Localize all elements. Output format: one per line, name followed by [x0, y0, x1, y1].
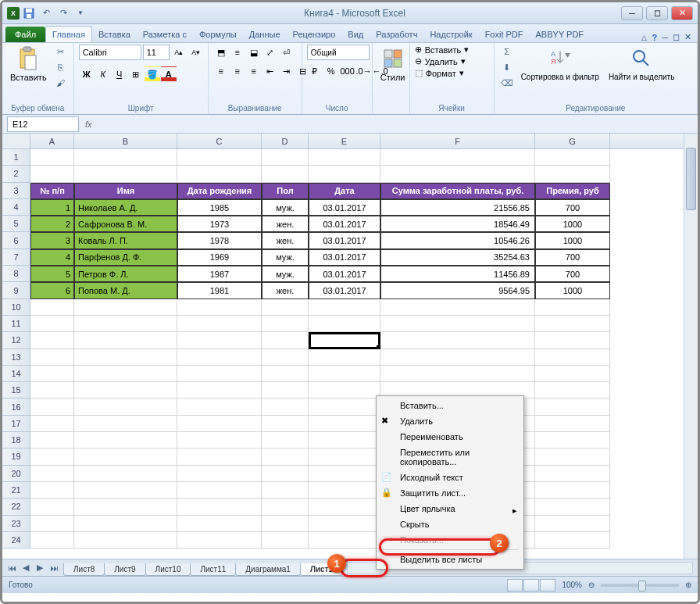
cell-D18[interactable] [262, 432, 309, 449]
cell-G14[interactable] [535, 366, 610, 382]
cell-E12[interactable] [309, 332, 380, 348]
sheet-tab-Лист9[interactable]: Лист9 [104, 563, 145, 576]
minimize-button[interactable]: ─ [621, 6, 643, 20]
copy-button[interactable]: ⎘ [53, 60, 69, 74]
cell-F13[interactable] [380, 349, 535, 366]
cell-C9[interactable]: 1981 [177, 282, 262, 298]
cell-B1[interactable] [74, 149, 177, 166]
row-header-2[interactable]: 2 [2, 166, 30, 182]
bold-button[interactable]: Ж [79, 66, 95, 82]
row-header-5[interactable]: 5 [2, 216, 30, 232]
cell-D7[interactable]: муж. [262, 249, 309, 266]
cell-C7[interactable]: 1969 [177, 249, 262, 266]
percent-icon[interactable]: % [323, 63, 339, 79]
cell-G6[interactable]: 1000 [535, 232, 610, 248]
cell-F7[interactable]: 35254.63 [380, 249, 535, 266]
tab-review[interactable]: Рецензиро [287, 27, 342, 42]
row-header-9[interactable]: 9 [2, 282, 30, 298]
cell-F12[interactable] [380, 332, 535, 348]
context-menu-Защитить-лист---[interactable]: Защитить лист...🔒 [378, 485, 522, 501]
column-header-C[interactable]: C [177, 134, 262, 148]
orientation-icon[interactable]: ⤢ [262, 45, 278, 60]
doc-restore-icon[interactable]: ◻ [673, 32, 680, 42]
cell-B3[interactable]: Имя [74, 183, 177, 199]
cell-B6[interactable]: Коваль Л. П. [74, 232, 177, 248]
undo-button[interactable]: ↶ [38, 5, 54, 21]
view-layout-icon[interactable] [523, 579, 539, 591]
cell-D22[interactable] [262, 499, 309, 515]
cell-D2[interactable] [262, 166, 309, 182]
sheet-tab-Лист10[interactable]: Лист10 [145, 563, 191, 576]
cell-A5[interactable]: 2 [30, 216, 74, 232]
cell-F5[interactable]: 18546.49 [380, 216, 535, 232]
context-menu-Скрыть[interactable]: Скрыть [378, 516, 522, 532]
help-icon[interactable]: ? [652, 33, 657, 42]
row-header-4[interactable]: 4 [2, 199, 30, 216]
cell-B5[interactable]: Сафронова В. М. [74, 216, 177, 232]
clear-button[interactable]: ⌫ [499, 76, 515, 90]
cell-E22[interactable] [309, 499, 380, 515]
cell-A6[interactable]: 3 [30, 232, 74, 248]
tab-addins[interactable]: Надстройк [423, 27, 478, 42]
file-tab[interactable]: Файл [5, 27, 45, 42]
cell-A3[interactable]: № п/п [30, 183, 74, 199]
cell-E23[interactable] [309, 516, 380, 532]
underline-button[interactable]: Ч [112, 66, 127, 82]
cell-C24[interactable] [177, 532, 262, 549]
cell-C10[interactable] [177, 299, 262, 316]
cell-E15[interactable] [309, 382, 380, 398]
cell-E19[interactable] [309, 449, 380, 465]
cell-B13[interactable] [74, 349, 177, 366]
tab-insert[interactable]: Вставка [92, 27, 137, 42]
find-select-button[interactable]: Найти и выделить [605, 45, 677, 83]
cell-B21[interactable] [74, 482, 177, 499]
row-header-20[interactable]: 20 [2, 466, 30, 482]
cell-C20[interactable] [177, 466, 262, 482]
qat-dropdown-icon[interactable]: ▼ [73, 5, 88, 21]
cell-G16[interactable] [535, 398, 610, 415]
cell-B19[interactable] [74, 449, 177, 465]
view-normal-icon[interactable] [507, 579, 523, 591]
cell-E9[interactable]: 03.01.2017 [309, 282, 380, 298]
zoom-slider[interactable] [601, 584, 679, 587]
cell-A20[interactable] [30, 466, 74, 482]
indent-dec-icon[interactable]: ⇤ [262, 63, 278, 79]
cell-E2[interactable] [309, 166, 380, 182]
tab-foxit[interactable]: Foxit PDF [479, 27, 530, 42]
cell-G15[interactable] [535, 382, 610, 398]
row-header-7[interactable]: 7 [2, 249, 30, 266]
shrink-font-icon[interactable]: A▾ [188, 45, 204, 60]
tab-home[interactable]: Главная [45, 26, 92, 42]
cell-F3[interactable]: Сумма заработной платы, руб. [380, 183, 535, 199]
fx-icon[interactable]: fx [85, 120, 92, 129]
cell-E3[interactable]: Дата [309, 183, 380, 199]
cell-D15[interactable] [262, 382, 309, 398]
cell-D8[interactable]: муж. [262, 266, 309, 282]
row-header-19[interactable]: 19 [2, 449, 30, 465]
row-header-22[interactable]: 22 [2, 499, 30, 515]
cell-B18[interactable] [74, 432, 177, 449]
cut-button[interactable]: ✂ [53, 45, 69, 59]
align-middle-icon[interactable]: ≡ [230, 45, 245, 60]
sheet-nav-prev-icon[interactable]: ◀ [20, 562, 32, 574]
cell-C14[interactable] [177, 366, 262, 382]
cell-E13[interactable] [309, 349, 380, 366]
delete-cells-button[interactable]: ⊖Удалить ▾ [415, 56, 466, 66]
cell-D21[interactable] [262, 482, 309, 499]
context-menu-Переименовать[interactable]: Переименовать [378, 429, 522, 445]
cell-F8[interactable]: 11456.89 [380, 266, 535, 282]
select-all-corner[interactable] [2, 134, 30, 149]
align-center-icon[interactable]: ≡ [230, 63, 245, 79]
cell-E4[interactable]: 03.01.2017 [309, 199, 380, 216]
row-header-1[interactable]: 1 [2, 149, 30, 166]
cell-G20[interactable] [535, 466, 610, 482]
fill-color-button[interactable]: 🪣 [145, 66, 160, 82]
cell-G9[interactable]: 1000 [535, 282, 610, 298]
align-top-icon[interactable]: ⬒ [213, 45, 229, 60]
autosum-button[interactable]: Σ [499, 45, 515, 59]
cell-D3[interactable]: Пол [262, 183, 309, 199]
doc-close-icon[interactable]: ✕ [684, 32, 691, 42]
cell-C17[interactable] [177, 416, 262, 432]
row-header-24[interactable]: 24 [2, 532, 30, 549]
doc-minimize-icon[interactable]: ─ [662, 33, 668, 42]
